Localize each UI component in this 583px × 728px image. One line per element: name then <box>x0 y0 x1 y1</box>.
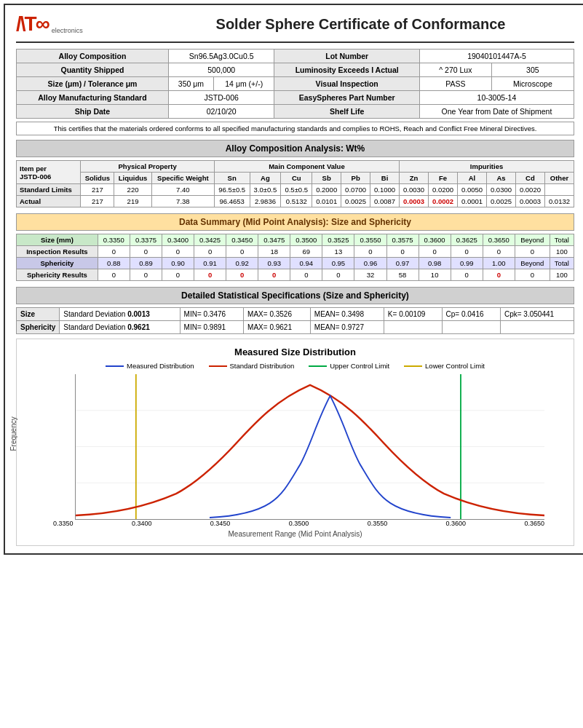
x-axis-label: Measurement Range (Mid Point Analysis) <box>24 530 566 538</box>
act-as: 0.0025 <box>486 196 515 207</box>
act-pb: 0.0025 <box>341 196 370 207</box>
page-container: /\T∞ electronics Solder Sphere Certifica… <box>4 4 583 555</box>
legend-measured-line <box>106 365 124 367</box>
size-value2: 14 μm (+/-) <box>213 77 274 91</box>
sph-std-dev-value: 0.9621 <box>127 323 150 331</box>
size-val-8: 0.3525 <box>322 234 354 246</box>
std-weight: 7.40 <box>151 184 214 196</box>
size-max-value: 0.3526 <box>269 310 292 318</box>
legend-upper-line <box>309 365 327 367</box>
act-cd: 0.0003 <box>515 196 544 207</box>
size-cpk-label: Cpk= <box>504 310 522 318</box>
insp-1: 0 <box>98 246 130 258</box>
alloy-header-row-2: Solidus Liquidus Specific Weight Sn Ag C… <box>17 173 574 184</box>
std-as: 0.0300 <box>486 184 515 196</box>
x-label-7: 0.3650 <box>524 520 544 527</box>
sph-val-3: 0.90 <box>162 258 194 269</box>
sphericity-results-row: Sphericity Results 0 0 0 0 0 0 0 0 32 58… <box>17 269 574 281</box>
insp-6: 18 <box>258 246 290 258</box>
size-min: MIN= 0.3476 <box>180 308 244 321</box>
ag-header: Ag <box>250 173 281 184</box>
part-number-label: EasySpheres Part Number <box>274 91 419 105</box>
solidus-header: Solidus <box>81 173 114 184</box>
size-stat-label: Size <box>17 308 60 321</box>
size-row-label: Size (mm) <box>17 234 98 246</box>
sr-2: 0 <box>130 269 162 281</box>
size-cpk-value: 3.050441 <box>523 310 554 318</box>
legend-lower-line <box>404 365 422 367</box>
legend-standard-label: Standard Distribution <box>230 362 295 370</box>
sph-max: MAX= 0.9621 <box>244 321 311 334</box>
sr-total: 100 <box>550 269 574 281</box>
alloy-composition-label: Alloy Composition <box>17 50 169 63</box>
legend-upper-label: Upper Control Limit <box>330 362 389 370</box>
size-val-beyond: Beyond <box>515 234 550 246</box>
act-bi: 0.0087 <box>370 196 400 207</box>
sn-header: Sn <box>214 173 250 184</box>
size-row: Size (mm) 0.3350 0.3375 0.3400 0.3425 0.… <box>17 234 574 246</box>
x-label-4: 0.3500 <box>289 520 309 527</box>
logo-text: electronics <box>52 27 83 34</box>
size-cp-value: 0.0416 <box>461 310 484 318</box>
stats-section-header: Detailed Statistical Specifications (Siz… <box>16 287 574 304</box>
chart-legend: Measured Distribution Standard Distribut… <box>24 362 566 370</box>
size-label: Size (μm) / Tolerance μm <box>17 77 169 91</box>
size-cp: Cp= 0.0416 <box>442 308 500 321</box>
chart-area <box>75 374 544 520</box>
visual-inspection-value2: Microscope <box>491 77 574 91</box>
standard-limits-label: Standard Limits <box>17 184 81 196</box>
legend-standard: Standard Distribution <box>209 362 295 370</box>
sph-max-label: MAX= <box>247 323 268 331</box>
sph-val-beyond: Beyond <box>515 258 550 269</box>
insp-3: 0 <box>162 246 194 258</box>
sph-val-6: 0.93 <box>258 258 290 269</box>
sr-11: 10 <box>419 269 451 281</box>
sph-cp <box>442 321 500 334</box>
sr-13: 0 <box>483 269 515 281</box>
fe-header: Fe <box>429 173 458 184</box>
sph-std-dev-label: Standard Deviation <box>63 323 125 331</box>
shelf-life-value: One Year from Date of Shipment <box>419 105 574 119</box>
size-val-3: 0.3400 <box>162 234 194 246</box>
lot-number-value: 19040101447A-5 <box>419 50 574 63</box>
sph-k <box>384 321 442 334</box>
lot-number-label: Lot Number <box>274 50 419 63</box>
sph-mean: MEAN= 0.9727 <box>310 321 384 334</box>
size-val-6: 0.3475 <box>258 234 290 246</box>
sph-val-13: 1.00 <box>483 258 515 269</box>
sph-min-label: MIN= <box>184 323 202 331</box>
standard-limits-row: Standard Limits 217 220 7.40 96.5±0.5 3.… <box>17 184 574 196</box>
luminosity-value2: 305 <box>491 63 574 77</box>
as-header: As <box>486 173 515 184</box>
quantity-value: 500,000 <box>168 63 274 77</box>
alloy-std-label: Alloy Manufacturing Standard <box>17 91 169 105</box>
alloy-composition-value: Sn96.5Ag3.0Cu0.5 <box>168 50 274 63</box>
insp-4: 0 <box>194 246 226 258</box>
size-std-dev-value: 0.0013 <box>127 310 150 318</box>
liquidus-header: Liquidus <box>114 173 152 184</box>
size-std-dev: Standard Deviation 0.0013 <box>60 308 180 321</box>
std-sb: 0.2000 <box>312 184 341 196</box>
act-ag: 2.9836 <box>250 196 281 207</box>
act-al: 0.0001 <box>458 196 487 207</box>
size-val-total: Total <box>550 234 574 246</box>
sr-3: 0 <box>162 269 194 281</box>
size-val-7: 0.3500 <box>290 234 322 246</box>
std-fe: 0.0200 <box>429 184 458 196</box>
al-header: Al <box>458 173 487 184</box>
sph-std-dev: Standard Deviation 0.9621 <box>60 321 180 334</box>
sphericity-header-row: Sphericity 0.88 0.89 0.90 0.91 0.92 0.93… <box>17 258 574 269</box>
alloy-header-row-1: Item perJSTD-006 Physical Property Main … <box>17 161 574 173</box>
insp-5: 0 <box>226 246 258 258</box>
chart-container: Measured Size Distribution Measured Dist… <box>16 339 574 546</box>
specific-weight-header: Specific Weight <box>151 173 214 184</box>
x-label-3: 0.3450 <box>210 520 231 527</box>
sph-mean-label: MEAN= <box>314 323 340 331</box>
sph-min-value: 0.9891 <box>204 323 226 331</box>
header: /\T∞ electronics Solder Sphere Certifica… <box>16 12 574 43</box>
sr-6: 0 <box>258 269 290 281</box>
luminosity-label: Luminosity Exceeds I Actual <box>274 63 419 77</box>
visual-inspection-value1: PASS <box>419 77 491 91</box>
insp-12: 0 <box>451 246 483 258</box>
sr-7: 0 <box>290 269 322 281</box>
